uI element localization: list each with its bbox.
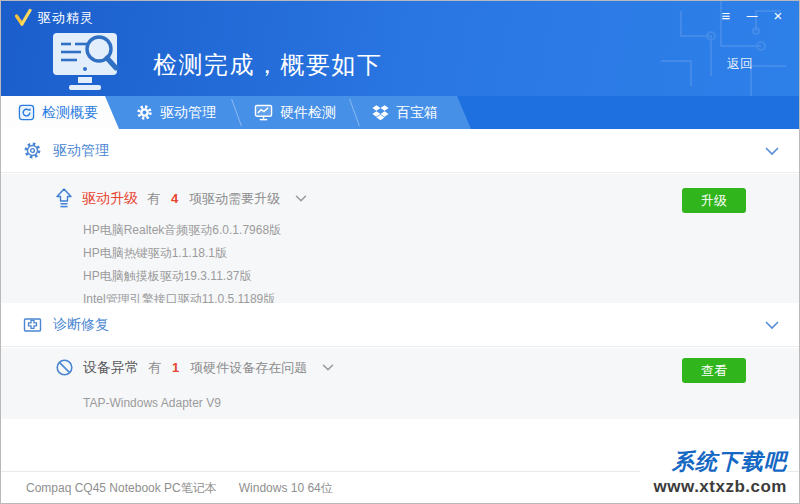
chevron-down-icon[interactable] xyxy=(295,195,307,203)
tab-label: 检测概要 xyxy=(42,104,98,122)
list-item: HP电脑触摸板驱动19.3.11.37版 xyxy=(83,265,281,288)
list-item: HP电脑Realtek音频驱动6.0.1.7968版 xyxy=(83,219,281,242)
tab-label: 驱动管理 xyxy=(160,104,216,122)
list-item: TAP-Windows Adapter V9 xyxy=(83,392,221,415)
device-issue-row: 设备异常 有 1 项硬件设备存在问题 xyxy=(55,358,334,377)
toolbox-icon xyxy=(372,104,389,121)
tab-label: 百宝箱 xyxy=(396,104,438,122)
app-title: 驱动精灵 xyxy=(38,9,94,27)
app-window: 驱动精灵 ≡ ─ × 检测完成，概要如下 返回 xyxy=(0,0,800,504)
device-issue-panel: 设备异常 有 1 项硬件设备存在问题 查看 TAP-Windows Adapte… xyxy=(1,348,800,419)
row-title: 设备异常 xyxy=(83,359,139,377)
row-title: 驱动升级 xyxy=(82,190,138,208)
section-title: 驱动管理 xyxy=(53,142,109,160)
refresh-doc-icon xyxy=(18,104,35,121)
upgrade-button[interactable]: 升级 xyxy=(682,188,746,213)
tab-bar: 检测概要 驱动管理 硬件检测 xyxy=(1,96,800,129)
no-entry-icon xyxy=(55,358,74,377)
watermark-site-url: www.xtxzb.com xyxy=(654,477,787,497)
tab-toolbox[interactable]: 百宝箱 xyxy=(355,96,455,129)
section-diagnostic-repair-header: 诊断修复 xyxy=(1,303,800,347)
tab-label: 硬件检测 xyxy=(280,104,336,122)
chevron-down-icon[interactable] xyxy=(765,147,779,156)
site-watermark: 系统下载吧 www.xtxzb.com xyxy=(640,445,787,497)
tab-driver-management[interactable]: 驱动管理 xyxy=(119,96,237,129)
issue-list: TAP-Windows Adapter V9 xyxy=(83,392,221,415)
row-prefix: 有 xyxy=(147,190,160,208)
driver-genius-logo-icon xyxy=(13,8,32,27)
chevron-down-icon[interactable] xyxy=(322,364,334,372)
upgrade-arrow-icon xyxy=(55,188,73,209)
tab-hardware-detection[interactable]: 硬件检测 xyxy=(237,96,355,129)
driver-list: HP电脑Realtek音频驱动6.0.1.7968版 HP电脑热键驱动1.1.1… xyxy=(83,219,281,311)
driver-upgrade-row: 驱动升级 有 4 项驱动需要升级 xyxy=(55,188,307,209)
issue-count: 1 xyxy=(170,360,181,375)
app-logo: 驱动精灵 xyxy=(13,8,94,27)
watermark-site-name: 系统下载吧 xyxy=(654,447,787,477)
minimize-icon[interactable]: ─ xyxy=(739,5,765,27)
menu-icon[interactable]: ≡ xyxy=(713,5,739,27)
computer-model: Compaq CQ45 Notebook PC笔记本 xyxy=(26,480,217,497)
back-button[interactable]: 返回 xyxy=(727,55,753,73)
row-suffix: 项驱动需要升级 xyxy=(189,190,280,208)
gear-outline-icon xyxy=(23,141,42,160)
row-suffix: 项硬件设备存在问题 xyxy=(190,359,307,377)
row-prefix: 有 xyxy=(148,359,161,377)
scan-monitor-icon xyxy=(47,33,133,91)
tab-detection-summary[interactable]: 检测概要 xyxy=(1,96,119,129)
monitor-chart-icon xyxy=(254,104,273,121)
page-title: 检测完成，概要如下 xyxy=(153,49,383,81)
chevron-down-icon[interactable] xyxy=(765,321,779,330)
section-title: 诊断修复 xyxy=(53,316,109,334)
upgrade-count: 4 xyxy=(169,191,180,206)
header-banner: 驱动精灵 ≡ ─ × 检测完成，概要如下 返回 xyxy=(1,1,800,96)
driver-upgrade-panel: 驱动升级 有 4 项驱动需要升级 升级 HP电脑Realtek音频驱动6.0.1… xyxy=(1,174,800,303)
window-controls: ≡ ─ × xyxy=(713,5,791,27)
gear-icon xyxy=(136,104,153,121)
section-driver-management-header: 驱动管理 xyxy=(1,129,800,173)
repair-kit-icon xyxy=(23,316,42,334)
close-icon[interactable]: × xyxy=(765,5,791,27)
os-version: Windows 10 64位 xyxy=(239,480,333,497)
view-button[interactable]: 查看 xyxy=(682,358,746,383)
list-item: HP电脑热键驱动1.1.18.1版 xyxy=(83,242,281,265)
